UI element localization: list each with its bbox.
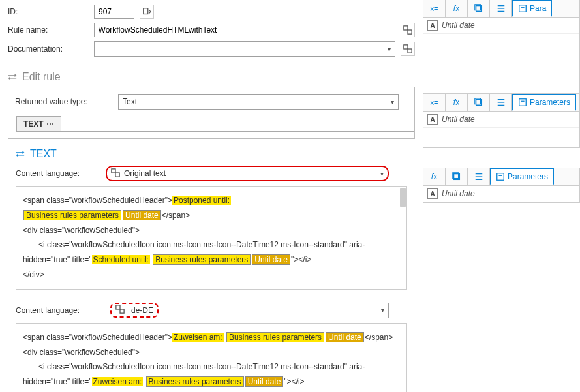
svg-rect-0 xyxy=(144,8,148,14)
svg-rect-1 xyxy=(404,26,408,30)
link-icon: ⮂ xyxy=(8,72,17,82)
param-row[interactable]: A Until date xyxy=(423,186,579,202)
id-field[interactable] xyxy=(94,5,134,19)
tab-text[interactable]: TEXT ⋯ xyxy=(16,116,61,131)
content-language-label-2: Content language: xyxy=(16,306,100,315)
right-tab-list-icon[interactable] xyxy=(468,168,490,185)
right-tab-box-icon[interactable] xyxy=(446,168,468,185)
code-line: <div class="workflowScheduled"> xyxy=(23,223,400,238)
code-line: </div> xyxy=(23,389,400,392)
edit-rule-title: Edit rule xyxy=(22,71,61,83)
code-line: hidden="true" title="Zuweisen am: Busine… xyxy=(23,374,400,389)
documentation-dropdown[interactable]: ▾ xyxy=(94,41,395,57)
rule-name-translate-icon[interactable] xyxy=(401,23,415,37)
chevron-down-icon: ▾ xyxy=(388,46,391,53)
rule-name-label: Rule name: xyxy=(8,25,89,35)
right-tab-parameters[interactable]: Parameters xyxy=(512,94,576,111)
svg-rect-7 xyxy=(116,305,120,309)
param-label: Until date xyxy=(442,115,475,124)
svg-rect-28 xyxy=(497,173,504,180)
svg-rect-6 xyxy=(115,173,119,177)
chevron-down-icon: ▾ xyxy=(391,98,394,106)
right-tab-fx[interactable]: fx xyxy=(446,0,468,17)
tab-menu-icon[interactable]: ⋯ xyxy=(46,119,54,128)
code-line: hidden="true" title="Scheduled until: Bu… xyxy=(23,252,400,267)
right-tab-fx[interactable]: fx xyxy=(423,168,446,185)
code-editor-de[interactable]: <span class="workflowScheduledHeader">Zu… xyxy=(16,323,407,392)
param-type-badge: A xyxy=(427,188,438,199)
svg-rect-8 xyxy=(120,309,124,313)
right-tab-list-icon[interactable] xyxy=(490,94,512,111)
content-language-dropdown[interactable]: Original text ▾ xyxy=(106,166,389,181)
id-action-icon[interactable] xyxy=(140,5,154,19)
param-type-badge: A xyxy=(427,114,438,125)
param-type-badge: A xyxy=(427,20,438,31)
code-line: </div> xyxy=(23,267,400,282)
right-tab-box-icon[interactable] xyxy=(468,94,490,111)
svg-rect-5 xyxy=(112,168,115,172)
param-row[interactable]: A Until date xyxy=(423,112,579,128)
text-section-title: TEXT xyxy=(30,148,57,160)
link-icon: ⮂ xyxy=(16,149,25,159)
documentation-translate-icon[interactable] xyxy=(401,42,415,56)
right-tab-var[interactable]: x= xyxy=(423,0,446,17)
right-tab-box-icon[interactable] xyxy=(468,0,490,17)
param-row[interactable]: A Until date xyxy=(423,18,579,34)
chevron-down-icon: ▾ xyxy=(380,170,384,177)
code-line: Business rules parametersUntil date</spa… xyxy=(23,208,400,223)
svg-rect-3 xyxy=(404,45,408,49)
code-editor-original[interactable]: <span class="workflowScheduledHeader">Po… xyxy=(16,186,407,290)
right-tab-fx[interactable]: fx xyxy=(446,94,468,111)
edit-rule-header: ⮂ Edit rule xyxy=(0,67,423,87)
content-language-label: Content language: xyxy=(16,169,100,178)
scrollbar-thumb[interactable] xyxy=(400,188,406,207)
right-tab-parameters[interactable]: Para xyxy=(512,0,552,17)
right-tab-list-icon[interactable] xyxy=(490,0,512,17)
param-label: Until date xyxy=(442,189,475,198)
code-line: <span class="workflowScheduledHeader">Zu… xyxy=(23,330,400,345)
svg-rect-2 xyxy=(408,30,412,34)
param-label: Until date xyxy=(442,21,475,30)
documentation-label: Documentation: xyxy=(8,44,89,53)
rule-name-field[interactable] xyxy=(94,23,395,37)
chevron-down-icon: ▾ xyxy=(381,307,384,314)
svg-rect-21 xyxy=(519,98,527,106)
right-tab-parameters[interactable]: Parameters xyxy=(490,168,554,185)
code-line: <i class="workflowScheduledIcon icon ms-… xyxy=(23,359,400,374)
code-line: <span class="workflowScheduledHeader">Po… xyxy=(23,193,400,208)
code-line: <i class="workflowScheduledIcon icon ms-… xyxy=(23,237,400,252)
svg-rect-14 xyxy=(519,5,527,12)
content-language-dropdown-2[interactable]: de-DE ▾ xyxy=(106,303,389,318)
translate-icon xyxy=(111,168,120,179)
id-label: ID: xyxy=(8,7,89,16)
translate-icon xyxy=(115,305,125,316)
returned-value-label: Returned value type: xyxy=(15,97,112,106)
right-tab-var[interactable]: x= xyxy=(423,94,446,111)
svg-rect-4 xyxy=(408,49,412,53)
code-line: <div class="workflowScheduled"> xyxy=(23,345,400,360)
returned-value-dropdown[interactable]: Text ▾ xyxy=(118,94,399,110)
